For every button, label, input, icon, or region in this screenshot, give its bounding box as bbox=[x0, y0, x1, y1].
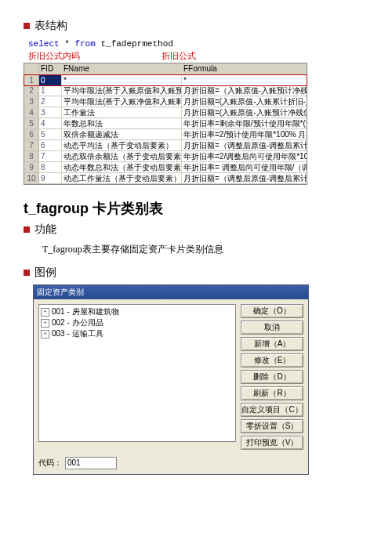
sql-keyword-from: from bbox=[74, 39, 95, 49]
cell-fformula: 年折旧率=2/调整后尚可使用年限*100% 月… bbox=[182, 151, 307, 161]
expand-icon[interactable]: + bbox=[41, 330, 49, 339]
row-index: 3 bbox=[24, 96, 39, 107]
print-preview-button[interactable]: 打印预览（V） bbox=[241, 436, 303, 450]
table-row[interactable]: 7 6 动态平均法（基于变动后要素） 月折旧额=（调整后原值-调整后累计折旧-调… bbox=[24, 140, 307, 151]
tree-item[interactable]: + 001 - 房屋和建筑物 bbox=[41, 306, 234, 317]
tree-label: 003 - 运输工具 bbox=[52, 328, 103, 339]
bullet-icon bbox=[24, 226, 30, 233]
col-rownum-header bbox=[24, 63, 39, 74]
ok-button[interactable]: 确定（O） bbox=[241, 304, 303, 318]
result-grid: FID FName FFormula 1 0 * * 2 1 平均年限法(基于入… bbox=[24, 63, 307, 185]
category-tree[interactable]: + 001 - 房屋和建筑物 + 002 - 办公用品 + 003 - 运输工具 bbox=[38, 304, 236, 442]
bullet-icon bbox=[24, 23, 30, 29]
cell-fformula: 月折旧额=（入账原值-入账预计净残值)/入账… bbox=[182, 85, 307, 96]
dialog-button-column: 确定（O） 取消 新增（A） 修改（E） 删除（D） 刷新（R） 自定义项目（C… bbox=[241, 304, 303, 450]
row-index: 9 bbox=[24, 162, 39, 172]
cell-fname: 工作量法 bbox=[62, 107, 182, 118]
cell-fname: 动态平均法（基于变动后要素） bbox=[62, 140, 182, 150]
tree-label: 001 - 房屋和建筑物 bbox=[52, 306, 119, 317]
code-label: 代码： bbox=[38, 458, 62, 469]
refresh-button[interactable]: 刷新（R） bbox=[241, 386, 303, 400]
function-description: T_fagroup表主要存储固定资产卡片类别信息 bbox=[24, 241, 368, 263]
sql-keyword-select: select bbox=[28, 39, 60, 49]
table-row[interactable]: 10 9 动态工作量法（基于变动后要素） 月折旧额=（调整后原值-调整后累计折旧… bbox=[24, 173, 307, 184]
cancel-button[interactable]: 取消 bbox=[241, 320, 303, 335]
tree-item[interactable]: + 003 - 运输工具 bbox=[41, 328, 234, 339]
row-index: 7 bbox=[24, 140, 39, 150]
dialog-footer: 代码： 001 bbox=[34, 454, 308, 474]
section-title: 表结构 bbox=[34, 19, 67, 33]
annotation-right: 折旧公式 bbox=[162, 50, 196, 62]
edit-button[interactable]: 修改（E） bbox=[241, 353, 303, 368]
cell-fformula: * bbox=[182, 75, 307, 85]
dialog-titlebar: 固定资产类别 bbox=[34, 285, 308, 299]
tree-item[interactable]: + 002 - 办公用品 bbox=[41, 317, 234, 328]
cell-fid: 1 bbox=[39, 85, 62, 96]
section-title: 功能 bbox=[34, 223, 56, 237]
cell-fname: 年数总和法 bbox=[62, 118, 182, 129]
row-index: 5 bbox=[24, 118, 39, 129]
cell-fid: 4 bbox=[39, 118, 62, 129]
row-index: 1 bbox=[24, 75, 39, 85]
expand-icon[interactable]: + bbox=[41, 308, 49, 317]
cell-fformula: 月折旧额=(入账原值-入账预计净残值)*月… bbox=[182, 107, 307, 118]
sql-statement: select * from t_fadeprmethod bbox=[24, 38, 368, 50]
code-input[interactable]: 001 bbox=[65, 457, 117, 469]
sql-table: t_fadeprmethod bbox=[96, 39, 173, 49]
cell-fname: 平均年限法(基于入账净值和入账剩余… bbox=[62, 96, 182, 107]
row-index: 4 bbox=[24, 107, 39, 118]
section-function: 功能 bbox=[24, 223, 368, 237]
table-row[interactable]: 9 8 动态年数总和法（基于变动后要素） 年折旧率= 调整后尚可使用年限/（调整… bbox=[24, 162, 307, 173]
cell-fid: 2 bbox=[39, 96, 62, 107]
annotation-row: 折旧公式内码 折旧公式 bbox=[24, 50, 368, 63]
row-index: 8 bbox=[24, 151, 39, 161]
cell-fid: 8 bbox=[39, 162, 62, 172]
col-fformula-header: FFormula bbox=[182, 63, 307, 74]
cell-fname: 动态双倍余额法（基于变动后要素） bbox=[62, 151, 182, 161]
col-fname-header: FName bbox=[62, 63, 182, 74]
delete-button[interactable]: 删除（D） bbox=[241, 370, 303, 384]
cell-fid: 5 bbox=[39, 129, 62, 139]
tree-label: 002 - 办公用品 bbox=[52, 317, 103, 328]
row-index: 6 bbox=[24, 129, 39, 139]
col-fid-header: FID bbox=[39, 63, 62, 74]
table-row[interactable]: 5 4 年数总和法 年折旧率=剩余年限/预计使用年限*(预计使… bbox=[24, 118, 307, 129]
grid-header: FID FName FFormula bbox=[24, 63, 307, 75]
dialog-body: + 001 - 房屋和建筑物 + 002 - 办公用品 + 003 - 运输工具… bbox=[34, 299, 308, 454]
sql-star: * bbox=[60, 39, 75, 49]
cell-fformula: 月折旧额=(入账原值-入账累计折旧-入账预… bbox=[182, 96, 307, 107]
section-title: 图例 bbox=[34, 266, 56, 280]
cell-fformula: 月折旧额=（调整后原值-调整后累计折旧-调… bbox=[182, 140, 307, 150]
cell-fname: 平均年限法(基于入账原值和入账预计… bbox=[62, 85, 182, 96]
cell-fid: 6 bbox=[39, 140, 62, 150]
section-legend: 图例 bbox=[24, 266, 368, 280]
cell-fid: 0 bbox=[39, 75, 62, 85]
table-row[interactable]: 1 0 * * bbox=[24, 74, 307, 86]
cell-fname: * bbox=[62, 75, 182, 85]
cell-fname: 动态工作量法（基于变动后要素） bbox=[62, 173, 182, 183]
table-row[interactable]: 3 2 平均年限法(基于入账净值和入账剩余… 月折旧额=(入账原值-入账累计折旧… bbox=[24, 96, 307, 107]
cell-fformula: 年折旧率=2/预计使用年限*100% 月折旧… bbox=[182, 129, 307, 139]
table-row[interactable]: 4 3 工作量法 月折旧额=(入账原值-入账预计净残值)*月… bbox=[24, 107, 307, 118]
cell-fid: 9 bbox=[39, 173, 62, 183]
add-button[interactable]: 新增（A） bbox=[241, 337, 303, 351]
page-heading-fagroup: t_fagroup 卡片类别表 bbox=[24, 199, 368, 218]
table-row[interactable]: 8 7 动态双倍余额法（基于变动后要素） 年折旧率=2/调整后尚可使用年限*10… bbox=[24, 151, 307, 162]
cell-fid: 7 bbox=[39, 151, 62, 161]
cell-fname: 动态年数总和法（基于变动后要素） bbox=[62, 162, 182, 172]
cell-fformula: 年折旧率= 调整后尚可使用年限/（调整后尚… bbox=[182, 162, 307, 172]
section-table-structure: 表结构 bbox=[24, 19, 368, 33]
row-index: 10 bbox=[24, 173, 39, 183]
annotation-left: 折旧公式内码 bbox=[28, 50, 162, 62]
table-row[interactable]: 2 1 平均年限法(基于入账原值和入账预计… 月折旧额=（入账原值-入账预计净残… bbox=[24, 85, 307, 96]
table-row[interactable]: 6 5 双倍余额递减法 年折旧率=2/预计使用年限*100% 月折旧… bbox=[24, 129, 307, 140]
cell-fformula: 年折旧率=剩余年限/预计使用年限*(预计使… bbox=[182, 118, 307, 129]
cell-fid: 3 bbox=[39, 107, 62, 118]
bullet-icon bbox=[24, 270, 30, 276]
asset-category-dialog: 固定资产类别 + 001 - 房屋和建筑物 + 002 - 办公用品 + 003… bbox=[33, 284, 309, 475]
row-index: 2 bbox=[24, 85, 39, 96]
expand-icon[interactable]: + bbox=[41, 319, 49, 328]
zero-depr-button[interactable]: 零折设置（S） bbox=[241, 419, 303, 433]
cell-fformula: 月折旧额=（调整后原值-调整后累计折旧-调… bbox=[182, 173, 307, 183]
custom-item-button[interactable]: 自定义项目（C） bbox=[241, 403, 303, 417]
